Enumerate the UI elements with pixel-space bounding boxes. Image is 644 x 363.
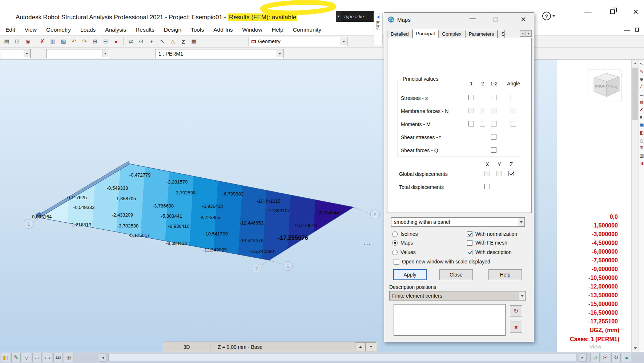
- stresses-1-checkbox[interactable]: [468, 95, 474, 100]
- tabs-side-panel[interactable]: tabs: [374, 13, 383, 45]
- printscreen-icon[interactable]: ▤: [2, 37, 12, 46]
- refresh-button[interactable]: ↻: [510, 305, 522, 316]
- values-radio-row[interactable]: Values: [392, 249, 416, 255]
- bar-icon[interactable]: ╱: [640, 85, 642, 89]
- axes-icon[interactable]: ⊿: [590, 353, 600, 362]
- tab-complex[interactable]: Complex: [438, 30, 465, 38]
- grid2-icon[interactable]: ⊞: [640, 146, 643, 150]
- numbers-icon[interactable]: 123: [53, 353, 63, 362]
- select-icon[interactable]: ↖: [157, 37, 167, 46]
- select-mode-icon[interactable]: ↖: [640, 62, 643, 66]
- building-icon[interactable]: ▦: [189, 37, 199, 46]
- delete-icon[interactable]: ✗: [37, 37, 47, 46]
- tab-parameters[interactable]: Parameters: [465, 30, 498, 38]
- menu-help[interactable]: Help: [267, 27, 288, 33]
- snap-icon[interactable]: ▽: [22, 353, 31, 362]
- tab-scroll-right-button[interactable]: ►: [526, 30, 532, 37]
- axis-z-icon[interactable]: Z: [178, 37, 188, 46]
- paste-icon[interactable]: ▧: [59, 37, 68, 46]
- stresses-2-checkbox[interactable]: [480, 95, 485, 100]
- edit-icon[interactable]: ✎: [640, 69, 643, 74]
- search-input[interactable]: Type a ke: [341, 11, 374, 22]
- close-button[interactable]: ×: [626, 0, 644, 23]
- isolines-radio-row[interactable]: Isolines: [392, 231, 418, 237]
- maps-radio[interactable]: [392, 240, 398, 246]
- view-mode-3d[interactable]: 3D: [163, 342, 210, 352]
- isolines-radio[interactable]: [392, 231, 398, 237]
- values-radio[interactable]: [392, 250, 398, 255]
- half-icon[interactable]: ◨: [640, 161, 644, 165]
- moments-1-checkbox[interactable]: [468, 121, 474, 126]
- global-z-checkbox[interactable]: [508, 171, 514, 176]
- menu-edit[interactable]: Edit: [1, 27, 20, 33]
- panel-icon[interactable]: ▭: [640, 92, 644, 97]
- menu-tools[interactable]: Tools: [186, 27, 209, 33]
- scroll-down-button[interactable]: [632, 344, 639, 352]
- stresses-1-2-checkbox[interactable]: [491, 95, 496, 100]
- description-text-area[interactable]: [394, 304, 506, 336]
- layers-icon[interactable]: ≡: [640, 115, 642, 120]
- redo-icon[interactable]: ↷: [80, 37, 89, 46]
- grid-icon[interactable]: ⊞: [64, 353, 73, 362]
- maps-radio-row[interactable]: Maps: [392, 240, 413, 246]
- search-expand-button[interactable]: [336, 11, 341, 22]
- view-table-icon[interactable]: ⊟: [101, 37, 110, 46]
- minimize-button[interactable]: —: [578, 0, 597, 23]
- menu-geometry[interactable]: Geometry: [41, 27, 76, 33]
- globe-icon[interactable]: ●: [622, 353, 631, 362]
- shear-forces-checkbox[interactable]: [491, 147, 496, 153]
- close-dialog-button[interactable]: Close: [439, 269, 473, 280]
- layout-select-icon[interactable]: ◧: [1, 353, 10, 362]
- copy-icon[interactable]: ▥: [48, 37, 58, 46]
- scrollbar-thumb[interactable]: [632, 68, 638, 120]
- pan-icon[interactable]: +: [147, 37, 157, 46]
- fe-mesh-checkbox-row[interactable]: With FE mesh: [467, 240, 507, 246]
- load-icon[interactable]: △: [640, 138, 643, 142]
- vertical-scrollbar[interactable]: [631, 60, 639, 352]
- camera-icon[interactable]: ◉: [23, 37, 33, 46]
- table2-icon[interactable]: ▥: [640, 153, 644, 158]
- chevron-down-icon[interactable]: [518, 218, 524, 226]
- mesh-icon[interactable]: ▦: [640, 123, 644, 127]
- preview-icon[interactable]: ⊡: [12, 37, 22, 46]
- menu-window[interactable]: Window: [238, 27, 267, 33]
- description-checkbox-row[interactable]: With description: [467, 249, 512, 255]
- support-icon[interactable]: ◧: [640, 130, 644, 135]
- scroll-left-button[interactable]: ◄: [99, 354, 107, 362]
- stresses-angle-checkbox[interactable]: [511, 95, 516, 100]
- draw-pencil-icon[interactable]: ✎: [11, 353, 21, 362]
- with-description-checkbox[interactable]: [467, 250, 472, 255]
- text-options-button[interactable]: ≡: [510, 322, 522, 333]
- moments-2-checkbox[interactable]: [480, 121, 485, 126]
- undo-icon[interactable]: ↶: [69, 37, 79, 46]
- chevron-down-icon[interactable]: [102, 50, 108, 57]
- moments-angle-checkbox[interactable]: [511, 121, 516, 126]
- delete-mode-icon[interactable]: ✗: [640, 108, 643, 112]
- viewcube[interactable]: FRONT RIGHT: [587, 67, 623, 103]
- tab-truncated[interactable]: S: [498, 30, 505, 38]
- maps-dialog-titlebar[interactable]: Maps — ×: [384, 13, 534, 27]
- tab-principal[interactable]: Principal: [412, 29, 439, 38]
- menu-view[interactable]: View: [20, 27, 41, 33]
- menu-design[interactable]: Design: [159, 27, 186, 33]
- record-icon[interactable]: ●: [111, 37, 121, 46]
- work-plane-status[interactable]: Z = 0,00 mm - Base: [210, 344, 355, 350]
- chevron-down-icon[interactable]: [277, 50, 283, 57]
- ruler-icon[interactable]: ▭: [43, 353, 52, 362]
- bar-selection-combo[interactable]: [47, 49, 109, 58]
- plane-up-button[interactable]: [355, 342, 366, 351]
- plane-down-button[interactable]: [366, 342, 376, 351]
- menu-addins[interactable]: Add-Ins: [209, 27, 237, 33]
- section-cut-icon[interactable]: ✂: [601, 353, 610, 362]
- menu-analysis[interactable]: Analysis: [100, 27, 131, 33]
- smoothing-combo[interactable]: smoothing within a panel: [391, 217, 525, 227]
- menu-results[interactable]: Results: [131, 27, 159, 33]
- tab-detailed[interactable]: Detailed: [387, 30, 412, 38]
- menu-community[interactable]: Community: [288, 27, 326, 33]
- apply-button[interactable]: Apply: [393, 269, 427, 280]
- measure-icon[interactable]: △: [168, 37, 178, 46]
- scroll-right-button[interactable]: ►: [579, 354, 587, 362]
- node-icon[interactable]: ⊕: [640, 77, 643, 81]
- horizontal-scrollbar[interactable]: [108, 354, 576, 361]
- mdi-minimize-button[interactable]: —: [624, 27, 630, 33]
